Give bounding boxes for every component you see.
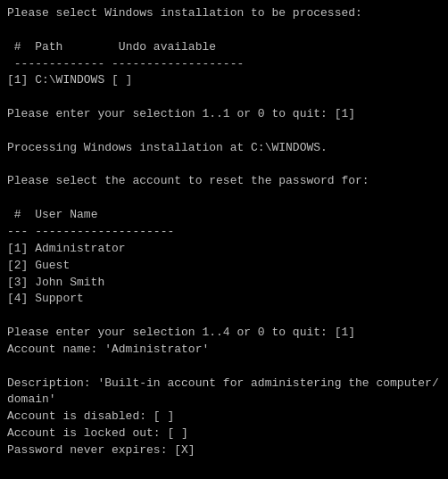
terminal-line bbox=[7, 308, 441, 325]
terminal-line bbox=[7, 157, 441, 174]
terminal-line bbox=[7, 359, 441, 376]
terminal-line: Account logins: 6 bbox=[7, 476, 441, 479]
terminal-line: --- -------------------- bbox=[7, 224, 441, 241]
terminal-line: Account name: 'Administrator' bbox=[7, 342, 441, 359]
terminal-line: [1] C:\WINDOWS [ ] bbox=[7, 72, 441, 89]
terminal-line: Please select the account to reset the p… bbox=[7, 173, 441, 190]
terminal-line bbox=[7, 123, 441, 140]
terminal-line: # User Name bbox=[7, 207, 441, 224]
terminal-line: [4] Support bbox=[7, 291, 441, 308]
terminal-line: [3] John Smith bbox=[7, 275, 441, 292]
terminal-line: Processing Windows installation at C:\WI… bbox=[7, 140, 441, 157]
terminal-line: Description: 'Built-in account for admin… bbox=[7, 376, 441, 409]
terminal-line bbox=[7, 459, 441, 476]
terminal-line: Password never expires: [X] bbox=[7, 442, 441, 459]
terminal-line: Please enter your selection 1..1 or 0 to… bbox=[7, 106, 441, 123]
terminal-output: Please select Windows installation to be… bbox=[0, 0, 448, 479]
terminal-line: Please select Windows installation to be… bbox=[7, 5, 441, 22]
terminal-line: Please enter your selection 1..4 or 0 to… bbox=[7, 325, 441, 342]
terminal-line bbox=[7, 89, 441, 106]
terminal-line bbox=[7, 190, 441, 207]
terminal-line: Account is locked out: [ ] bbox=[7, 425, 441, 442]
terminal-line bbox=[7, 22, 441, 39]
terminal-line: Account is disabled: [ ] bbox=[7, 409, 441, 425]
terminal-line: [2] Guest bbox=[7, 258, 441, 275]
terminal-line: [1] Administrator bbox=[7, 241, 441, 258]
terminal-line: ------------- ------------------- bbox=[7, 56, 441, 73]
terminal-line: # Path Undo available bbox=[7, 39, 441, 56]
